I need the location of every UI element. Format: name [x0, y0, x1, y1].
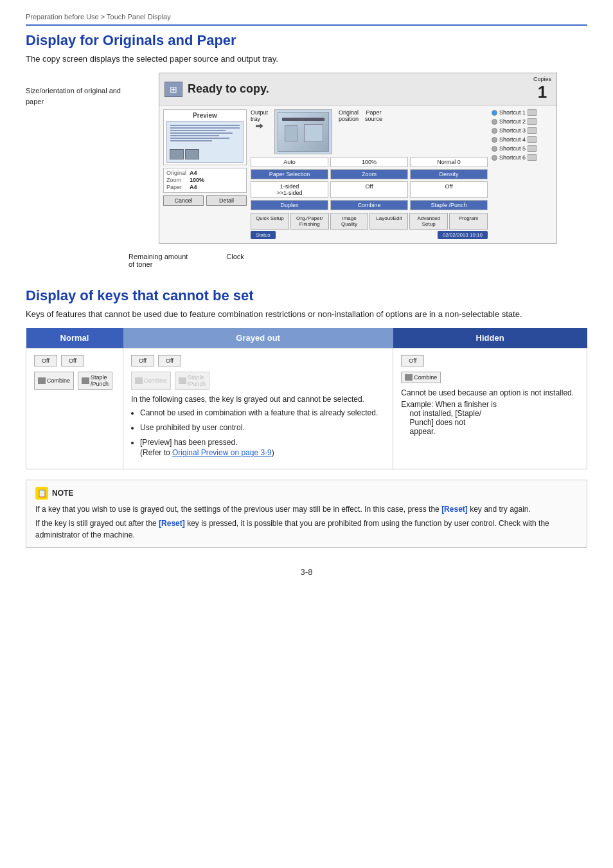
hidden-off1: Off: [401, 355, 424, 366]
paper-val: A4: [190, 184, 197, 190]
normal-combine: Combine: [34, 372, 74, 390]
reset1[interactable]: [Reset]: [441, 505, 468, 514]
zoom-cell[interactable]: Zoom: [330, 169, 408, 179]
shortcut-2-icon: [528, 118, 537, 125]
staple-punch-cell[interactable]: Staple /Punch: [410, 200, 488, 210]
program-tab[interactable]: Program: [449, 213, 488, 230]
shortcut-1-icon: [528, 109, 537, 116]
shortcut-5-dot: [492, 146, 497, 152]
image-quality-tab[interactable]: Image Quality: [330, 213, 369, 230]
duplex-cell[interactable]: Duplex: [251, 200, 328, 210]
reset2[interactable]: [Reset]: [159, 519, 185, 528]
size-orientation-annotation: Size/orientation of original and paper: [26, 73, 129, 107]
note-text1: If a key that you wish to use is grayed …: [35, 503, 578, 515]
layout-edit-tab[interactable]: Layout/Edit: [369, 213, 408, 230]
shortcut-6-dot: [492, 155, 497, 161]
shortcut-6-icon: [528, 154, 537, 161]
header-normal: Normal: [26, 328, 123, 348]
section1-desc: The copy screen displays the selected pa…: [26, 54, 587, 64]
zoom-val: 100%: [190, 177, 204, 183]
note-icon: 📋: [35, 487, 48, 500]
grayed-title: In the following cases, the key is graye…: [131, 395, 385, 404]
shortcut-5-icon: [528, 145, 537, 152]
hidden-title: Cannot be used because an option is not …: [401, 388, 579, 397]
shortcut-1-dot: [492, 110, 497, 116]
shortcut-1[interactable]: Shortcut 1: [492, 109, 553, 116]
grayed-bullets: Cannot be used in combination with a fea…: [131, 408, 385, 458]
ready-text: Ready to copy.: [188, 82, 269, 96]
shortcut-5[interactable]: Shortcut 5: [492, 145, 553, 152]
preview-label: Preview: [193, 112, 217, 119]
cancel-btn[interactable]: Cancel: [163, 195, 204, 206]
shortcut-6[interactable]: Shortcut 6: [492, 154, 553, 161]
shortcut-6-label: Shortcut 6: [499, 154, 526, 161]
normal-off1: Off: [34, 355, 57, 366]
header-grayed: Grayed out: [123, 328, 393, 348]
paper-source-label: Paper source: [365, 109, 382, 122]
shortcut-2-label: Shortcut 2: [499, 118, 526, 125]
copies-number: 1: [538, 82, 547, 102]
grayed-off2: Off: [158, 355, 181, 366]
advanced-setup-tab[interactable]: Advanced Setup: [409, 213, 448, 230]
clock-annotation: Clock: [226, 253, 244, 268]
zoom-val-label: Zoom: [166, 177, 187, 183]
shortcut-4-icon: [528, 136, 537, 143]
clock-btn: 02/02/2013 10:10: [438, 231, 488, 239]
grayed-staple-punch: Staple /Punch: [175, 372, 209, 390]
quick-setup-tab[interactable]: Quick Setup: [251, 213, 289, 230]
shortcut-4-dot: [492, 137, 497, 143]
off1-cell[interactable]: Off: [330, 181, 408, 198]
combine-cell[interactable]: Combine: [330, 200, 408, 210]
original-preview-link[interactable]: Original Preview on page 3-9: [172, 448, 272, 457]
shortcut-5-label: Shortcut 5: [499, 145, 526, 152]
shortcut-2[interactable]: Shortcut 2: [492, 118, 553, 125]
hidden-example: Example: When a finisher is not installe…: [401, 400, 579, 436]
status-btn[interactable]: Status: [251, 231, 276, 239]
shortcut-3[interactable]: Shortcut 3: [492, 127, 553, 134]
off2-cell[interactable]: Off: [410, 181, 488, 198]
shortcut-4[interactable]: Shortcut 4: [492, 136, 553, 143]
original-label: Original: [166, 170, 187, 176]
copies-label: Copies: [533, 76, 551, 82]
percent-cell[interactable]: 100%: [330, 157, 408, 167]
bullet-3: [Preview] has been pressed. (Refer to Or…: [140, 437, 385, 459]
hidden-cell: Off Combine Cannot be used because an op…: [393, 348, 587, 469]
paper-selection-cell[interactable]: Paper Selection: [251, 169, 328, 179]
density-cell[interactable]: Density: [410, 169, 488, 179]
grayed-cell: Off Off Combine Staple /Punch In th: [123, 348, 393, 469]
note-label: NOTE: [52, 487, 73, 499]
page-number: 3-8: [26, 567, 587, 577]
normal0-cell[interactable]: Normal 0: [410, 157, 488, 167]
shortcut-4-label: Shortcut 4: [499, 136, 526, 143]
section1-title: Display for Originals and Paper: [26, 32, 587, 49]
note-text2: If the key is still grayed out after the…: [35, 518, 578, 541]
onesided-cell[interactable]: 1-sided >>1-sided: [251, 181, 328, 198]
shortcut-2-dot: [492, 119, 497, 125]
hidden-combine: Combine: [401, 372, 441, 383]
section2-title: Display of keys that cannot be set: [26, 287, 587, 304]
auto-cell[interactable]: Auto: [251, 157, 328, 167]
detail-btn[interactable]: Detail: [206, 195, 247, 206]
toner-annotation: Remaining amount of toner: [129, 253, 188, 268]
original-position-label: Original position: [339, 109, 359, 122]
shortcut-1-label: Shortcut 1: [499, 109, 526, 116]
header-hidden: Hidden: [393, 328, 587, 348]
normal-off2: Off: [61, 355, 84, 366]
section2-desc: Keys of features that cannot be used due…: [26, 309, 587, 319]
normal-cell: Off Off Combine Staple /Punch: [26, 348, 123, 469]
bullet-1: Cannot be used in combination with a fea…: [140, 408, 385, 419]
bullet-2: Use prohibited by user control.: [140, 422, 385, 433]
shortcut-3-dot: [492, 128, 497, 134]
shortcut-3-label: Shortcut 3: [499, 127, 526, 134]
breadcrumb: Preparation before Use > Touch Panel Dis…: [26, 13, 587, 26]
paper-label: Paper: [166, 184, 187, 190]
output-tray-label: Output tray: [251, 109, 268, 122]
note-box: 📋 NOTE If a key that you wish to use is …: [26, 480, 587, 548]
shortcut-3-icon: [528, 127, 537, 134]
original-val: A4: [190, 170, 197, 176]
grayed-combine: Combine: [131, 372, 171, 390]
copy-screen-diagram: ⊞ Ready to copy. Copies 1 Preview: [159, 73, 557, 244]
org-paper-tab[interactable]: Org./Paper/ Finishing: [290, 213, 329, 230]
normal-staple-punch: Staple /Punch: [78, 372, 112, 390]
grayed-off1: Off: [131, 355, 154, 366]
